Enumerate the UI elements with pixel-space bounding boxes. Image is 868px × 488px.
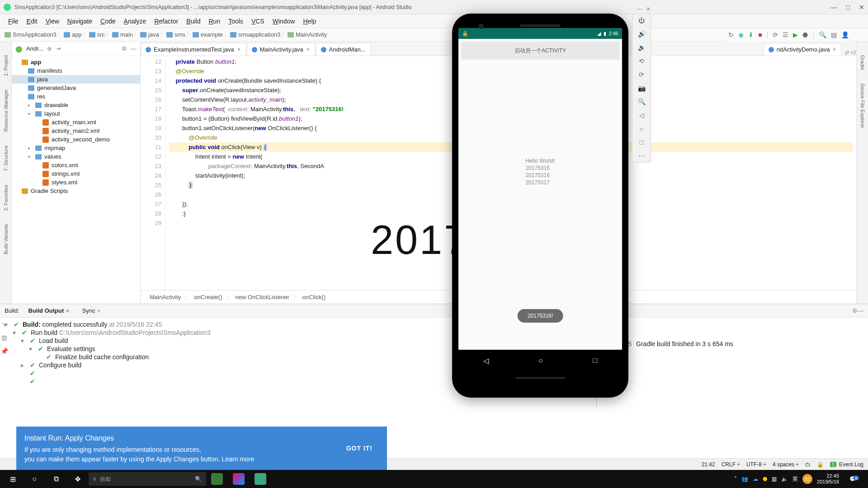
volume-down-icon[interactable]: 🔉 — [638, 44, 646, 51]
action-center-icon[interactable]: 💬3 — [844, 476, 862, 482]
trail-item[interactable]: onClick() — [302, 294, 326, 300]
left-tab[interactable]: 2: Favorites — [3, 185, 9, 211]
crumb-smsapplication3[interactable]: SmsApplication3 — [5, 31, 57, 38]
tree-node[interactable]: ▾values — [12, 152, 140, 161]
crumb-sms[interactable]: sms — [166, 31, 185, 38]
tree-node[interactable]: activity_main2.xml — [12, 127, 140, 135]
recents-icon[interactable]: □ — [593, 357, 597, 365]
debug-icon[interactable]: ⬣ — [802, 31, 808, 38]
got-it-button[interactable]: GOT IT! — [340, 445, 379, 452]
hide-icon[interactable]: — — [131, 45, 137, 52]
hide-icon[interactable]: — — [858, 307, 863, 314]
tree-node[interactable]: res — [12, 92, 140, 101]
chevron-up-icon[interactable]: ˄ — [734, 476, 737, 482]
structure-icon[interactable]: ☰ — [783, 31, 788, 38]
left-tab[interactable]: Resource Manager — [3, 89, 9, 132]
make-icon[interactable]: ↻ — [728, 31, 734, 38]
taskbar-search[interactable]: e 自如 🔍 — [89, 472, 206, 486]
run-icon[interactable]: ▶ — [793, 31, 798, 38]
onedrive-icon[interactable]: ☁ — [753, 476, 758, 482]
menu-vcs[interactable]: VCS — [248, 16, 268, 27]
tree-node[interactable]: activity_second_demo — [12, 135, 140, 144]
rotate-left-icon[interactable]: ⟲ — [639, 57, 644, 65]
line-separator[interactable]: CRLF ÷ — [722, 461, 740, 468]
project-tree[interactable]: appmanifestsjavageneratedJavares▸drawabl… — [12, 56, 140, 304]
app-button[interactable]: 启动另一个ACTIVITY — [461, 42, 619, 60]
tree-node[interactable]: colors.xml — [12, 161, 140, 169]
trail-item[interactable]: MainActivity — [150, 294, 181, 300]
crumb-app[interactable]: app — [64, 31, 82, 38]
home-icon[interactable]: ○ — [538, 357, 543, 365]
rotate-right-icon[interactable]: ⟳ — [639, 71, 644, 78]
tree-node[interactable]: Gradle Scripts — [12, 187, 140, 195]
menu-help[interactable]: Help — [299, 16, 320, 27]
editor-tab[interactable]: ExampleInstrumentedTest.java✕ — [141, 43, 246, 56]
tree-node[interactable]: ▾layout — [12, 109, 140, 118]
home-button-icon[interactable]: ○ — [640, 125, 643, 132]
tree-node[interactable]: generatedJava — [12, 84, 140, 92]
menu-tools[interactable]: Tools — [225, 16, 247, 27]
crumb-main[interactable]: main — [112, 31, 133, 38]
search-icon[interactable]: 🔍 — [819, 31, 826, 38]
task-view-icon[interactable]: ⧉ — [45, 470, 67, 488]
window-minimize-icon[interactable]: — — [831, 4, 837, 11]
left-tab[interactable]: 7: Structure — [3, 145, 9, 171]
emulator-screen[interactable]: 🔒 ◢ ▮ 2:45 启动另一个ACTIVITY Hello World!201… — [458, 28, 622, 371]
menu-code[interactable]: Code — [97, 16, 119, 27]
left-tab[interactable]: Build Variants — [3, 224, 9, 254]
crumb-example[interactable]: example — [193, 31, 223, 38]
layout-icon[interactable]: ▤ — [831, 31, 837, 38]
security-icon[interactable]: ⬣ — [763, 476, 767, 482]
event-log-button[interactable]: 1 Event Log — [830, 461, 863, 468]
menu-run[interactable]: Run — [205, 16, 224, 27]
crumb-mainactivity[interactable]: MainActivity — [288, 31, 327, 38]
taskbar-clock[interactable]: 22:45 2019/5/16 — [817, 473, 839, 485]
zoom-icon[interactable]: 🔍 — [638, 98, 646, 105]
taskbar-app-explorer[interactable] — [250, 470, 271, 488]
tree-node[interactable]: strings.xml — [12, 169, 140, 178]
tree-node[interactable]: activity_main.xml — [12, 118, 140, 127]
overview-button-icon[interactable]: □ — [640, 139, 643, 146]
crumb-java[interactable]: java — [140, 31, 159, 38]
window-maximize-icon[interactable]: □ — [846, 4, 850, 11]
copilot-icon[interactable]: ❖ — [67, 470, 89, 488]
stop-icon[interactable]: ■ — [758, 31, 762, 38]
collapse-icon[interactable]: ⇥ — [56, 45, 61, 52]
gear-icon[interactable]: ⚙ — [852, 307, 858, 314]
start-button[interactable]: ⊞ — [2, 470, 24, 488]
people-icon[interactable]: 👥 — [741, 476, 748, 482]
cortana-icon[interactable]: ○ — [24, 470, 45, 488]
ime-badge[interactable]: 82 — [802, 474, 812, 484]
right-tab[interactable]: Device File Explorer — [860, 84, 865, 128]
taskbar-app-android-studio[interactable] — [206, 470, 228, 488]
sync-tab[interactable]: Sync ✕ — [79, 305, 105, 316]
gear-icon[interactable]: ⚙ — [122, 45, 127, 52]
build-output-tab[interactable]: Build Output ✕ — [25, 305, 73, 316]
project-view-dropdown[interactable]: Andr... — [26, 45, 43, 52]
left-tab[interactable]: 1: Project — [3, 55, 9, 76]
menu-window[interactable]: Window — [269, 16, 299, 27]
context-icon[interactable]: 🗀 — [805, 461, 811, 468]
ime-indicator[interactable]: 英 — [793, 475, 798, 483]
crumb-src[interactable]: src — [89, 31, 105, 38]
screenshot-icon[interactable]: 📷 — [638, 84, 646, 92]
more-icon[interactable]: ⋯ — [638, 152, 645, 160]
sdk-icon[interactable]: ⬇ — [748, 31, 754, 38]
tree-node[interactable]: ▸drawable — [12, 101, 140, 109]
right-tab[interactable]: Gradle — [860, 55, 865, 70]
lock-icon[interactable]: 🔒 — [817, 461, 824, 468]
editor-tab[interactable]: MainActivity.java✕ — [247, 43, 315, 56]
tree-node[interactable]: app — [12, 58, 140, 66]
taskbar-app-paint[interactable] — [228, 470, 250, 488]
trail-item[interactable]: new OnClickListener — [236, 294, 289, 300]
menu-refactor[interactable]: Refactor — [151, 16, 182, 27]
profile-icon[interactable]: 👤 — [841, 31, 849, 38]
back-button-icon[interactable]: ◁ — [639, 112, 644, 119]
system-tray[interactable]: ˄ 👥 ☁ ⬣ ▥ 🔈 英 82 22:45 2019/5/16 💬3 — [730, 473, 866, 485]
volume-up-icon[interactable]: 🔊 — [638, 30, 646, 38]
menu-analyze[interactable]: Analyze — [120, 16, 150, 27]
menu-edit[interactable]: Edit — [23, 16, 41, 27]
volume-icon[interactable]: 🔈 — [781, 476, 788, 482]
crumb-smsapplication3[interactable]: smsapplication3 — [230, 31, 280, 38]
menu-navigate[interactable]: Navigate — [64, 16, 96, 27]
